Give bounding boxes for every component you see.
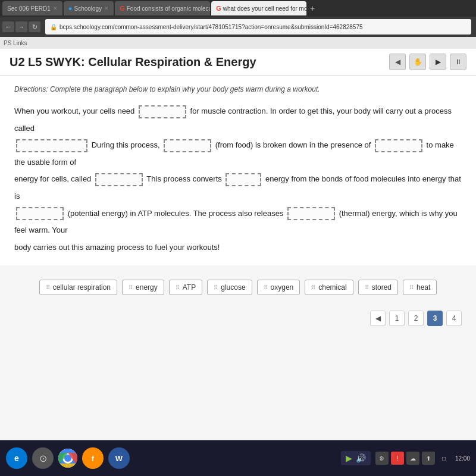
word-tile-stored[interactable]: ⠿ stored [358,280,398,295]
page-header: U2 L5 SWYK: Cellular Respiration & Energ… [0,49,476,76]
browser-chrome: Sec 006 PERD1 ✕ ● Schoology ✕ G Food con… [0,0,476,49]
google-icon: G [120,5,125,12]
tab-close-icon[interactable]: ✕ [53,5,58,11]
line4-text1: (potential energy) in ATP molecules. The… [68,209,284,218]
line5-text: body carries out this amazing process to… [14,243,220,252]
directions-text: Directions: Complete the paragraph below… [14,85,462,93]
word-tile-oxygen[interactable]: ⠿ oxygen [257,280,300,295]
page-3-button[interactable]: 3 [427,311,443,326]
prev-page-button[interactable]: ◀ [370,311,386,326]
drag-icon: ⠿ [129,284,133,291]
ie-icon[interactable]: e [6,447,27,469]
header-controls: ◀ ✋ ▶ ⏸ [389,54,466,70]
notif-2[interactable]: ! [391,452,404,465]
tab-sec006[interactable]: Sec 006 PERD1 ✕ [2,1,62,15]
blank-1[interactable] [139,105,186,118]
tab-bar: Sec 006 PERD1 ✕ ● Schoology ✕ G Food con… [0,0,476,17]
drag-icon: ⠿ [46,284,50,291]
pagination: ◀ 1 2 3 4 [0,305,476,332]
word-tile-atp[interactable]: ⠿ ATP [169,280,202,295]
word-tile-glucose[interactable]: ⠿ glucose [207,280,252,295]
reload-button[interactable]: ↻ [29,21,40,32]
time-display: 12:00 [455,455,470,462]
blank-8[interactable] [287,207,335,220]
tab-schoology[interactable]: ● Schoology ✕ [64,1,114,15]
word-bank: ⠿ cellular respiration ⠿ energy ⠿ ATP ⠿ … [0,270,476,305]
blank-6[interactable] [226,173,261,186]
bookmarks-bar: PS Links [0,37,476,49]
lock-icon: 🔒 [50,24,57,30]
play-button[interactable]: ▶ [430,54,446,70]
notif-1[interactable]: ⚙ [375,452,389,465]
taskbar: e ⊙ f W ▶ 🔊 ⚙ ! ☁ ⬆ □ 12:00 [0,440,476,476]
taskbar-right: ▶ 🔊 ⚙ ! ☁ ⬆ □ 12:00 [341,451,470,465]
drag-icon: ⠿ [264,284,268,291]
wifi-icon: ▶ [346,453,352,463]
notif-5[interactable]: □ [437,452,450,465]
google-icon-active: G [216,5,221,12]
line3-text2: This process converts [146,174,221,183]
line2-text1: During this process, [92,140,160,149]
drag-icon: ⠿ [409,284,414,291]
back-button[interactable]: ← [2,21,14,32]
page-2-button[interactable]: 2 [408,311,424,326]
forward-button[interactable]: → [15,21,27,32]
hand-button[interactable]: ✋ [409,54,426,70]
blank-4[interactable] [375,139,422,152]
notif-3[interactable]: ☁ [406,452,419,465]
page-1-button[interactable]: 1 [389,311,405,326]
word-tile-energy[interactable]: ⠿ energy [122,280,164,295]
line1-text-before: When you workout, your cells need [14,107,134,115]
media-controls: ▶ 🔊 [341,451,371,465]
word-tile-heat[interactable]: ⠿ heat [403,280,437,295]
blank-3[interactable] [164,139,211,152]
blank-2[interactable] [16,139,87,152]
drag-icon: ⠿ [365,284,369,291]
tab-food[interactable]: G Food consists of organic molecu... ✕ [115,1,210,15]
page-content: U2 L5 SWYK: Cellular Respiration & Energ… [0,49,476,444]
blank-7[interactable] [16,207,64,220]
schoology-icon: ● [68,5,73,12]
drag-icon: ⠿ [311,284,315,291]
firefox-icon[interactable]: f [82,447,104,469]
drag-icon: ⠿ [176,284,180,291]
line3-text1: energy for cells, called [14,174,91,183]
page-title: U2 L5 SWYK: Cellular Respiration & Energ… [10,55,256,69]
blank-5[interactable] [95,173,143,186]
word-icon[interactable]: W [108,447,130,469]
audio-icon: 🔊 [356,453,366,463]
word-tile-cellular-respiration[interactable]: ⠿ cellular respiration [39,280,117,295]
pause-button[interactable]: ⏸ [450,54,466,70]
drag-icon: ⠿ [214,284,218,291]
tab-active[interactable]: G what does your cell need for mo... ✕ [211,1,306,15]
paragraph-container: When you workout, your cells need for mu… [14,103,462,256]
back-control-button[interactable]: ◀ [389,54,406,70]
word-tile-chemical[interactable]: ⠿ chemical [305,280,353,295]
line2-text2: (from food) is broken down in the presen… [215,140,371,149]
address-bar[interactable]: 🔒 bcps.schoology.com/common-assessment-d… [45,19,471,35]
tab-close-icon[interactable]: ✕ [104,5,109,11]
new-tab-button[interactable]: + [308,4,315,13]
notification-area: ⚙ ! ☁ ⬆ □ [375,452,450,465]
notif-4[interactable]: ⬆ [422,452,435,465]
page-4-button[interactable]: 4 [446,311,462,326]
chrome-icon[interactable] [58,449,77,468]
question-area: Directions: Complete the paragraph below… [0,76,476,265]
settings-icon[interactable]: ⊙ [32,447,54,469]
